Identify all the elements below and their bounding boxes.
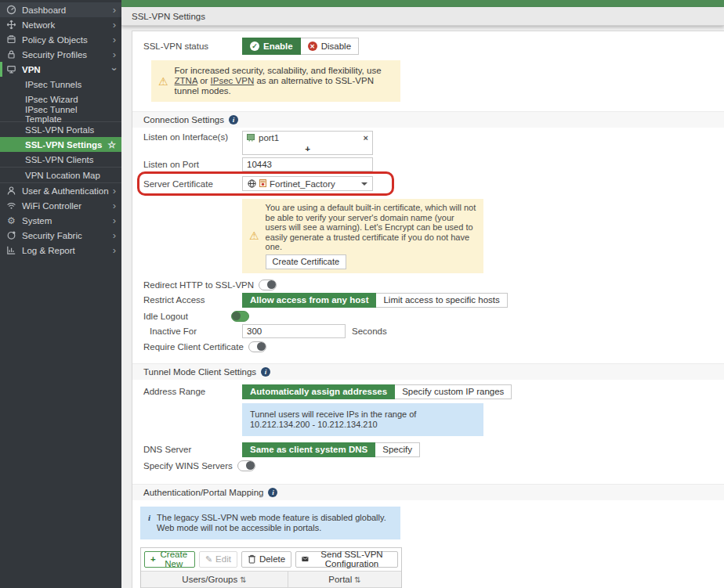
wifi-icon bbox=[5, 200, 17, 211]
sidebar-item-wifi-controller[interactable]: WiFi Controller › bbox=[0, 198, 121, 213]
sidebar-item-system[interactable]: ⚙ System › bbox=[0, 213, 121, 228]
column-header-users-groups[interactable]: Users/Groups⇅ bbox=[141, 572, 288, 587]
edit-button[interactable]: ✎ Edit bbox=[199, 551, 237, 568]
specify-wins-row: Specify WINS Servers bbox=[132, 460, 724, 471]
sidebar-item-label: Dashboard bbox=[22, 5, 66, 15]
ztna-link[interactable]: ZTNA bbox=[175, 76, 197, 85]
info-icon: i bbox=[261, 367, 270, 377]
column-label: Users/Groups bbox=[182, 575, 237, 584]
gear-icon: ⚙ bbox=[5, 215, 17, 226]
lock-icon bbox=[5, 49, 17, 60]
server-certificate-value: Fortinet_Factory bbox=[270, 179, 335, 189]
send-config-button[interactable]: Send SSL-VPN Configuration bbox=[295, 551, 398, 568]
sidebar-item-sslvpn-portals[interactable]: SSL-VPN Portals bbox=[0, 122, 121, 137]
gauge-icon bbox=[5, 5, 17, 15]
certificate-notice: ⚠ You are using a default built-in certi… bbox=[242, 199, 483, 273]
specify-wins-toggle[interactable] bbox=[237, 460, 255, 471]
status-segmented-control: ✓ Enable ✕ Disable bbox=[242, 38, 359, 55]
disable-button[interactable]: ✕ Disable bbox=[301, 38, 359, 55]
ztna-notice: ⚠ For increased security, scalability, a… bbox=[151, 60, 400, 102]
sidebar-item-label: User & Authentication bbox=[22, 186, 109, 196]
same-as-client-dns-button[interactable]: Same as client system DNS bbox=[242, 442, 375, 457]
sidebar-item-security-profiles[interactable]: Security Profiles › bbox=[0, 47, 121, 62]
sidebar-item-dashboard[interactable]: Dashboard › bbox=[0, 2, 121, 17]
delete-button[interactable]: Delete bbox=[241, 551, 291, 568]
sidebar-item-user-authentication[interactable]: User & Authentication › bbox=[0, 183, 121, 198]
interface-name: port1 bbox=[259, 133, 279, 142]
server-certificate-select[interactable]: Fortinet_Factory bbox=[242, 176, 373, 191]
page-tab-title[interactable]: SSL-VPN Settings bbox=[132, 12, 205, 21]
allow-any-host-button[interactable]: Allow access from any host bbox=[242, 293, 376, 308]
sidebar-item-label: Security Fabric bbox=[22, 231, 82, 240]
chevron-right-icon: › bbox=[113, 5, 116, 15]
limit-hosts-button[interactable]: Limit access to specific hosts bbox=[376, 293, 507, 308]
certificate-icon bbox=[259, 179, 266, 188]
sidebar-item-vpn[interactable]: VPN › bbox=[0, 62, 121, 77]
listen-port-input[interactable] bbox=[242, 157, 373, 171]
table-header: Users/Groups⇅ Portal⇅ bbox=[141, 572, 401, 588]
idle-logout-row: Idle Logout bbox=[132, 311, 724, 322]
add-interface-button[interactable]: + bbox=[243, 144, 372, 154]
content-area: SSL-VPN status ✓ Enable ✕ Disable bbox=[121, 26, 724, 588]
sidebar-item-label: IPsec Tunnel Template bbox=[25, 105, 116, 124]
fortigate-app: Dashboard › Network › Policy & Objects ›… bbox=[0, 0, 724, 588]
column-header-portal[interactable]: Portal⇅ bbox=[288, 572, 401, 587]
require-client-cert-toggle[interactable] bbox=[248, 341, 266, 352]
star-icon[interactable]: ☆ bbox=[107, 139, 116, 150]
chevron-right-icon: › bbox=[113, 200, 116, 211]
top-accent-bar bbox=[121, 0, 724, 7]
require-client-cert-label: Require Client Certificate bbox=[143, 342, 244, 352]
sidebar-item-policy-objects[interactable]: Policy & Objects › bbox=[0, 32, 121, 47]
idle-logout-toggle[interactable] bbox=[231, 311, 249, 322]
sort-icon: ⇅ bbox=[354, 575, 360, 584]
delete-label: Delete bbox=[259, 554, 285, 564]
sidebar-item-sslvpn-settings[interactable]: SSL-VPN Settings ☆ bbox=[0, 137, 121, 152]
certificate-notice-body: You are using a default built-in certifi… bbox=[266, 203, 476, 269]
monitor-icon bbox=[5, 64, 17, 74]
chevron-right-icon: › bbox=[113, 20, 116, 30]
listen-interfaces-row: Listen on Interface(s) port1 × + bbox=[132, 131, 724, 155]
sidebar-item-sslvpn-clients[interactable]: SSL-VPN Clients bbox=[0, 152, 121, 167]
inactive-for-input[interactable] bbox=[242, 324, 346, 338]
chevron-down-icon: › bbox=[109, 67, 119, 70]
certificate-notice-text: You are using a default built-in certifi… bbox=[266, 203, 476, 252]
caret-down-icon bbox=[361, 182, 367, 186]
redirect-http-toggle[interactable] bbox=[259, 280, 277, 290]
interface-picker: port1 × + bbox=[242, 131, 373, 155]
chevron-right-icon: › bbox=[113, 245, 116, 255]
create-certificate-button[interactable]: Create Certificate bbox=[266, 254, 347, 269]
inactive-for-label: Inactive For bbox=[143, 326, 242, 336]
tunnel-mode-header: Tunnel Mode Client Settings i bbox=[132, 363, 724, 380]
sidebar: Dashboard › Network › Policy & Objects ›… bbox=[0, 0, 121, 588]
custom-ranges-button[interactable]: Specify custom IP ranges bbox=[395, 384, 512, 399]
remove-interface-icon[interactable]: × bbox=[364, 133, 368, 142]
inactive-for-row: Inactive For Seconds bbox=[132, 324, 724, 338]
server-certificate-row: Server Certificate Fortinet_Factory bbox=[132, 176, 724, 191]
create-new-button[interactable]: + Create New bbox=[144, 551, 195, 568]
chevron-right-icon: › bbox=[113, 230, 116, 240]
sslvpn-status-label: SSL-VPN status bbox=[143, 41, 242, 51]
inactive-for-unit: Seconds bbox=[352, 326, 387, 336]
specify-dns-button[interactable]: Specify bbox=[375, 442, 420, 457]
info-icon: i bbox=[229, 115, 238, 124]
chevron-right-icon: › bbox=[113, 186, 116, 196]
notice-text: or bbox=[197, 76, 211, 85]
network-arrows-icon bbox=[5, 20, 17, 30]
address-range-segmented: Automatically assign addresses Specify c… bbox=[242, 384, 512, 399]
dns-server-row: DNS Server Same as client system DNS Spe… bbox=[132, 442, 724, 457]
listen-port-label: Listen on Port bbox=[143, 160, 242, 169]
ipsec-vpn-link[interactable]: IPsec VPN bbox=[211, 76, 255, 85]
pencil-icon: ✎ bbox=[205, 554, 212, 565]
policy-objects-icon bbox=[5, 34, 17, 45]
sidebar-item-network[interactable]: Network › bbox=[0, 17, 121, 32]
sidebar-item-security-fabric[interactable]: Security Fabric › bbox=[0, 228, 121, 243]
sidebar-item-ipsec-tunnels[interactable]: IPsec Tunnels bbox=[0, 77, 121, 92]
sidebar-item-vpn-location-map[interactable]: VPN Location Map bbox=[0, 168, 121, 182]
sidebar-item-log-report[interactable]: Log & Report › bbox=[0, 243, 121, 258]
sidebar-item-ipsec-tunnel-template[interactable]: IPsec Tunnel Template bbox=[0, 106, 121, 121]
enable-button[interactable]: ✓ Enable bbox=[242, 38, 301, 55]
section-title: Tunnel Mode Client Settings bbox=[143, 367, 256, 377]
trash-icon bbox=[248, 554, 256, 564]
auto-assign-button[interactable]: Automatically assign addresses bbox=[242, 384, 395, 399]
settings-panel: SSL-VPN status ✓ Enable ✕ Disable bbox=[132, 31, 724, 588]
